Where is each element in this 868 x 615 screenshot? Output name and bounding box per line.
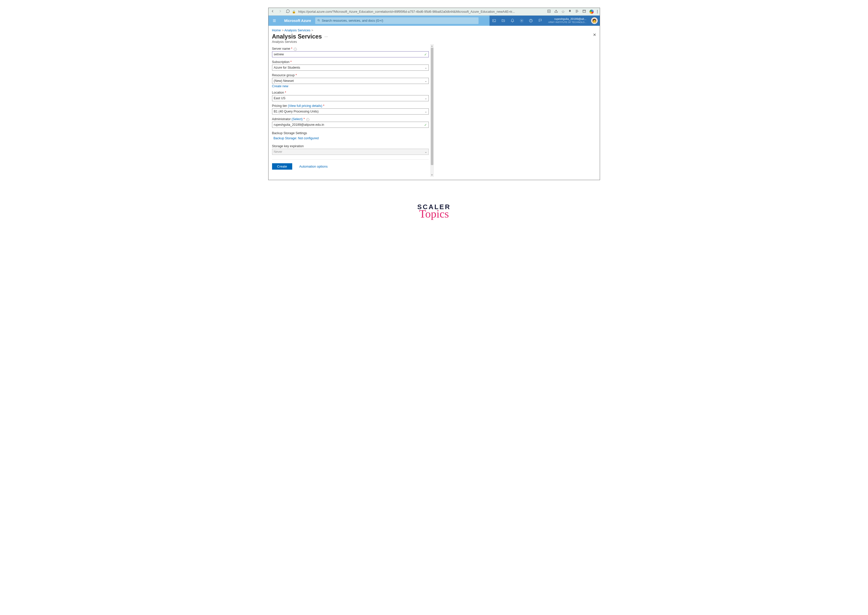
address-bar[interactable]: https://portal.azure.com/?Microsoft_Azur… (298, 10, 515, 14)
storage-key-exp-value: Never (274, 150, 282, 153)
location-value: East US (274, 97, 286, 100)
subscription-label: Subscription * (272, 60, 292, 64)
star-icon[interactable]: ☆ (561, 9, 565, 14)
chevron-down-icon: ⌄ (425, 97, 427, 100)
breadcrumb-home[interactable]: Home (272, 28, 281, 32)
share-icon[interactable] (554, 9, 558, 14)
storage-key-exp-select: Never ⌄ (272, 149, 429, 155)
pricing-tier-label: Pricing tier (View full pricing details)… (272, 104, 324, 108)
search-icon (317, 19, 320, 23)
svg-line-4 (319, 21, 320, 22)
chevron-down-icon: ⌄ (425, 66, 427, 69)
cloudshell-icon[interactable] (490, 16, 499, 26)
info-icon[interactable]: i (294, 48, 297, 51)
subscription-value: Azure for Students (274, 66, 300, 69)
profile-icon[interactable] (589, 9, 594, 14)
sidepanel-icon[interactable] (575, 9, 579, 14)
chevron-down-icon: ⌄ (425, 150, 427, 153)
pricing-tier-value: B1 (40 Query Processing Units) (274, 110, 319, 113)
brand-label[interactable]: Microsoft Azure (280, 19, 315, 23)
directory-icon[interactable] (499, 16, 508, 26)
install-icon[interactable] (547, 9, 551, 14)
topics-label: Topics (417, 208, 451, 220)
check-icon: ✓ (424, 53, 427, 56)
server-name-input[interactable]: setnew ✓ (272, 51, 429, 58)
create-new-rg-link[interactable]: Create new (272, 84, 429, 88)
breadcrumb: Home > Analysis Services > (272, 28, 596, 32)
reload-icon[interactable] (286, 9, 290, 14)
location-select[interactable]: East US ⌄ (272, 95, 429, 101)
scaler-topics-badge: SCALER Topics (417, 203, 451, 220)
create-button[interactable]: Create (272, 163, 292, 170)
settings-icon[interactable] (517, 16, 526, 26)
azure-header: Microsoft Azure Search resources, servic… (269, 16, 600, 26)
avatar[interactable]: 🧑 (591, 17, 598, 24)
svg-rect-5 (493, 19, 496, 22)
scroll-down-icon[interactable]: ▼ (430, 173, 434, 177)
resource-group-select[interactable]: (New) Newset ⌄ (272, 78, 429, 84)
hamburger-icon[interactable] (269, 16, 280, 26)
forward-icon[interactable] (278, 9, 282, 14)
global-search[interactable]: Search resources, services, and docs (G+… (315, 17, 479, 24)
account-email: rupeshgulia_20189@ait... (548, 17, 586, 21)
location-label: Location * (272, 91, 286, 94)
svg-rect-1 (583, 10, 585, 12)
pricing-tier-select[interactable]: B1 (40 Query Processing Units) ⌄ (272, 108, 429, 114)
search-placeholder: Search resources, services, and docs (G+… (322, 19, 383, 22)
server-name-label: Server name * i (272, 47, 297, 50)
administrator-value: rupeshgulia_20189@aitpune.edu.in (274, 123, 324, 126)
scroll-up-icon[interactable]: ▲ (430, 44, 434, 48)
automation-options-link[interactable]: Automation options (299, 164, 328, 169)
close-icon[interactable]: ✕ (593, 33, 596, 37)
resource-group-value: (New) Newset (274, 79, 294, 83)
backup-status-link[interactable]: Backup Storage: Not configured (274, 136, 429, 140)
chevron-down-icon: ⌄ (425, 79, 427, 83)
subscription-select[interactable]: Azure for Students ⌄ (272, 64, 429, 71)
browser-toolbar: 🔒 https://portal.azure.com/?Microsoft_Az… (269, 8, 600, 16)
administrator-input[interactable]: rupeshgulia_20189@aitpune.edu.in ✓ (272, 122, 429, 128)
svg-point-6 (521, 20, 522, 21)
lock-icon: 🔒 (292, 10, 296, 14)
extensions-icon[interactable] (568, 9, 572, 14)
scroll-thumb[interactable] (431, 48, 433, 165)
scrollbar[interactable]: ▲ ▼ (430, 44, 434, 177)
info-icon[interactable]: i (306, 118, 309, 121)
backup-heading: Backup Storage Settings (272, 131, 429, 135)
account-block[interactable]: rupeshgulia_20189@ait... ARMY INSTITUTE … (545, 17, 589, 24)
page-subtitle: Analysis Services (272, 40, 596, 44)
feedback-icon[interactable] (535, 16, 545, 26)
breadcrumb-service[interactable]: Analysis Services (284, 28, 310, 32)
resource-group-label: Resource group * (272, 73, 297, 77)
menu-icon[interactable] (597, 10, 598, 13)
svg-point-3 (318, 19, 319, 21)
check-icon: ✓ (424, 123, 427, 127)
more-icon[interactable]: ··· (324, 34, 328, 39)
notifications-icon[interactable] (508, 16, 517, 26)
pricing-details-link[interactable]: (View full pricing details) (288, 104, 322, 108)
help-icon[interactable] (526, 16, 535, 26)
window-icon[interactable] (582, 9, 586, 14)
storage-key-exp-label: Storage key expiration (272, 144, 304, 148)
admin-select-link[interactable]: (Select) (292, 117, 303, 121)
chevron-down-icon: ⌄ (425, 110, 427, 113)
server-name-value: setnew (274, 53, 284, 56)
account-tenant: ARMY INSTITUTE OF TECHNOLO... (548, 21, 586, 24)
administrator-label: Administrator (Select) * i (272, 117, 309, 121)
back-icon[interactable] (271, 9, 275, 14)
page-title: Analysis Services (272, 33, 322, 40)
